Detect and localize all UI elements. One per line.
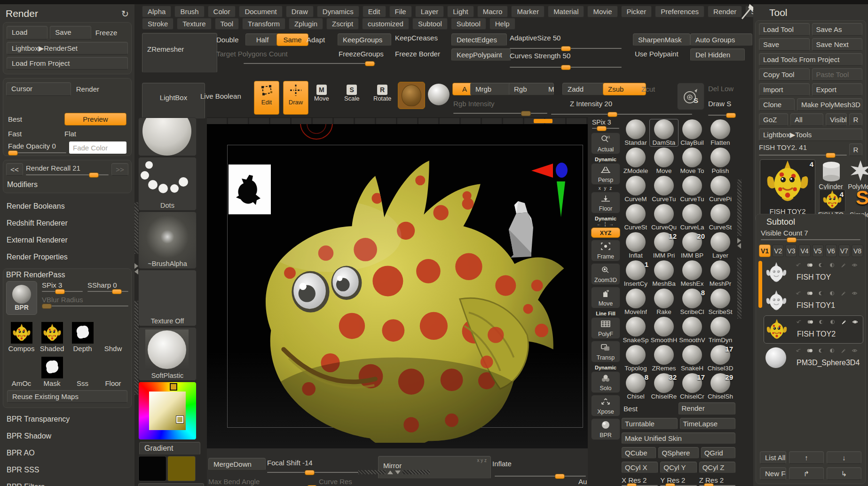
subtool-movein-button[interactable]: ↳ [827,467,861,480]
menu-layer[interactable]: Layer [415,6,444,17]
goz-button[interactable]: GoZ [759,113,788,126]
qcylz-button[interactable]: QCyl Z [699,462,735,473]
tool-thumb-cylinder[interactable] [819,161,844,182]
brush-curvem[interactable]: CurveM [622,176,650,203]
render-section-render-booleans[interactable]: Render Booleans [0,198,134,215]
brush-imm-bp[interactable]: 20IMM BP [678,232,706,259]
delhidden-button[interactable]: Del Hidden [690,48,745,61]
brush-rake[interactable]: Rake [650,289,678,315]
make-polymesh3d-button[interactable]: Make PolyMesh3D [797,98,862,111]
subtool-tab-v7[interactable]: V7 [838,244,850,257]
render-save-button[interactable]: Save [50,26,91,39]
render-section-render-properties[interactable]: Render Properties [0,249,134,266]
panel-splitter[interactable] [358,470,430,474]
brush-flatten[interactable]: Flatten [706,119,734,146]
z-intensity-slider[interactable] [551,114,692,115]
ssharp-slider[interactable] [87,291,128,292]
subtool-tab-v8[interactable]: V8 [852,244,863,257]
strip-xpose-button[interactable]: Xpose [591,395,620,416]
tool-thumb-polymes[interactable] [849,159,868,182]
vblur-slider[interactable] [42,306,128,306]
simplebrush-icon[interactable]: S [852,187,868,209]
curvesstrength-slider[interactable] [510,67,622,68]
strip-polyf-button[interactable]: PolyF [591,317,620,339]
subtool-tab-v6[interactable]: V6 [825,244,837,257]
render-best-button[interactable]: Best [8,115,64,123]
subtool-thumbnail[interactable] [765,347,787,369]
make-unified-skin-button[interactable]: Make Unified Skin [622,432,735,444]
cres-icon[interactable] [817,290,824,297]
goz-visible-button[interactable]: Visible [826,113,847,126]
brush-curvequ[interactable]: CurveQu [650,204,678,231]
bpr-pass-shaded[interactable]: Shaded [37,318,67,353]
visible-count-slider[interactable] [761,239,860,240]
brush-scribest[interactable]: ScribeSt [706,289,734,315]
brush-curvetu[interactable]: CurveTu [678,176,706,203]
brush-moveinf[interactable]: MoveInf [622,289,650,315]
main-color-swatch[interactable] [138,456,166,481]
brush-standar[interactable]: Standar [622,119,650,146]
zr-half-button[interactable]: Half [245,33,279,46]
brush-chiselcr[interactable]: 17ChiselCr [678,373,706,400]
move-button[interactable]: M Move [314,85,329,102]
mirror-button[interactable]: Mirror x y z [378,456,491,479]
brush-smoothh[interactable]: SmoothH [650,317,678,344]
render-mode-button[interactable]: Render [679,402,736,415]
brush-icon[interactable] [840,347,847,354]
bpr-pass-depth[interactable]: Depth [67,318,98,353]
live-boolean-button[interactable]: Live Boolean [200,92,241,100]
brush-curvetu[interactable]: CurveTu [650,176,678,203]
edit-button[interactable]: Edit [254,81,279,115]
goz-all-button[interactable]: All [790,113,823,126]
brush-curvela[interactable]: CurveLa [678,204,706,231]
render-flat-button[interactable]: Flat [64,130,76,138]
copy-tool-button[interactable]: Copy Tool [759,68,810,81]
render-recall-slider[interactable] [26,174,109,175]
goz-r-button[interactable]: R [849,113,862,126]
sharpenmask-button[interactable]: SharpenMask [633,33,690,46]
menu-material[interactable]: Material [548,6,584,17]
render-recall-next-button[interactable]: >> [111,163,128,176]
subtool-row-fish-toy1[interactable]: FISH TOY1 [764,287,863,314]
subtool-tab-v4[interactable]: V4 [798,244,810,257]
new-folder-button[interactable]: New Folder [760,467,786,480]
arrow-icon[interactable] [795,262,802,268]
timeline-strip[interactable] [207,118,588,124]
qcube-button[interactable]: QCube [622,447,656,459]
brush-trimdyn[interactable]: TrimDyn [706,317,734,344]
pair-icon[interactable] [806,290,813,297]
bpr-renderpass-section[interactable]: BPR RenderPass [6,271,128,279]
arrow-icon[interactable] [795,290,802,297]
menu-stroke[interactable]: Stroke [142,18,174,30]
usepolypaint-button[interactable]: Use Polypaint [635,50,679,58]
refresh-icon[interactable]: ↻ [121,8,129,19]
render-fast-button[interactable]: Fast [8,130,64,138]
brush-curvepi[interactable]: CurvePi [706,176,734,203]
alpha-selector[interactable]: ~BrushAlpha [138,212,197,269]
menu-movie[interactable]: Movie [587,6,617,17]
menu-transform[interactable]: Transform [242,18,285,30]
zr-double-button[interactable]: Double [216,36,239,44]
cres-icon[interactable] [817,262,824,268]
menu-marker[interactable]: Marker [511,6,544,17]
inflate-slider[interactable] [495,476,586,477]
render-preview-button[interactable]: Preview [64,113,126,125]
fade-opacity-slider[interactable] [8,152,66,153]
list-all-button[interactable]: List All [760,451,786,464]
half-icon[interactable] [829,290,836,297]
current-material-button[interactable] [398,82,425,109]
color-sv-square[interactable] [149,392,186,430]
brush-icon[interactable] [840,319,847,325]
brush-smoothv[interactable]: SmoothV [678,317,706,344]
pair-icon[interactable] [806,319,813,325]
brush-claybuil[interactable]: ClayBuil [678,119,706,146]
bpr-pass-mask[interactable]: Mask [37,353,67,387]
brush-chisel3d[interactable]: 17Chisel3D [706,345,734,372]
render-option-bpr-ao[interactable]: BPR AO [0,445,134,462]
arrow-icon[interactable] [795,347,802,354]
strip-transp-button[interactable]: Transp [591,341,620,362]
menu-tool[interactable]: Tool [215,18,239,30]
render-option-bpr-filters[interactable]: BPR Filters [0,478,134,486]
bpr-render-button[interactable]: BPR [6,281,37,315]
brush-snakesp[interactable]: SnakeSp [622,317,650,344]
